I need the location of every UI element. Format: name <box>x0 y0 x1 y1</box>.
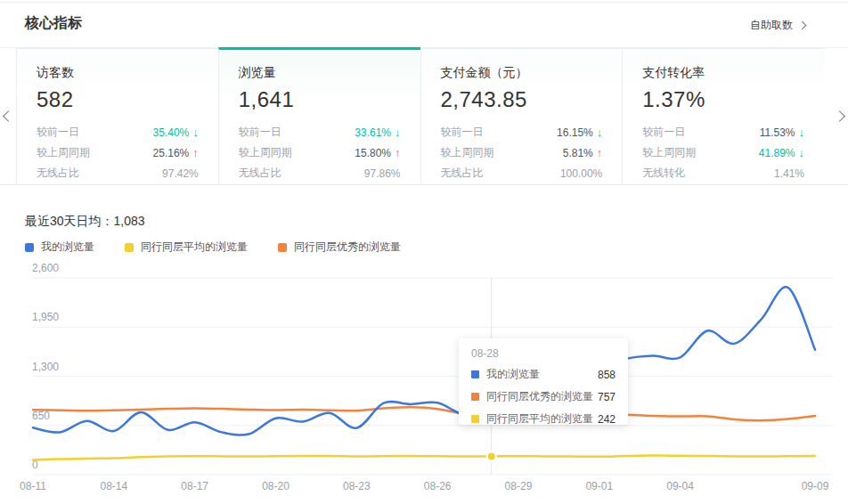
tooltip-row-label: 我的浏览量 <box>486 367 540 382</box>
legend-item-peer-average-pv[interactable]: 同行同层平均的浏览量 <box>125 240 248 255</box>
metric-card[interactable]: 浏览量 1,641 较前一日33.61%↓较上周同期15.80%↑无线占比97.… <box>218 47 420 184</box>
metric-row-label: 较前一日 <box>239 125 281 140</box>
chart-tooltip: 08-28 我的浏览量 858 同行同层优秀的浏览量 757 同行同层平均的浏览… <box>459 338 628 425</box>
arrow-down-icon: ↓ <box>799 146 805 159</box>
metric-row: 无线占比100.00% <box>441 163 603 183</box>
legend-label: 同行同层平均的浏览量 <box>141 240 248 255</box>
metric-row-value: 97.42% <box>162 167 199 180</box>
core-metrics-dashboard: 核心指标 自助取数 访客数 582 较前一日35.40%↓较上周同期25.16%… <box>0 0 848 504</box>
metric-row-value: 5.81% <box>563 147 593 159</box>
metric-row-label: 较前一日 <box>642 125 685 140</box>
metric-card-title: 浏览量 <box>239 65 401 81</box>
tooltip-swatch-orange <box>471 393 479 401</box>
metric-card-value: 1.37% <box>642 87 804 112</box>
y-axis-label: 650 <box>32 410 50 422</box>
metric-row-label: 无线占比 <box>239 166 281 181</box>
metric-card[interactable]: 支付金额（元） 2,743.85 较前一日16.15%↓较上周同期5.81%↑无… <box>420 47 623 184</box>
metric-row-label: 较上周同期 <box>642 145 696 160</box>
arrow-up-icon: ↑ <box>395 146 401 159</box>
metric-row-label: 无线占比 <box>37 166 79 181</box>
carousel-next-button[interactable] <box>824 47 848 184</box>
metric-row: 较上周同期25.16%↑ <box>37 142 199 163</box>
arrow-down-icon: ↓ <box>395 126 401 139</box>
chart-legend: 我的浏览量 同行同层平均的浏览量 同行同层优秀的浏览量 <box>25 240 401 255</box>
carousel-prev-button[interactable] <box>0 47 16 184</box>
metric-card-value: 2,743.85 <box>441 87 603 112</box>
metric-card-value: 1,641 <box>239 87 401 112</box>
chevron-right-icon <box>798 21 807 30</box>
legend-swatch-yellow <box>125 243 134 252</box>
tooltip-row-value: 242 <box>598 413 616 426</box>
x-axis-label: 08-29 <box>505 480 533 492</box>
arrow-down-icon: ↓ <box>597 126 603 139</box>
metric-card-title: 支付转化率 <box>642 65 804 81</box>
metric-row-value: 11.53% <box>760 126 795 139</box>
trend-average-title: 最近30天日均：1,083 <box>25 214 145 230</box>
tooltip-row: 同行同层平均的浏览量 242 <box>471 411 616 427</box>
x-axis-label: 08-17 <box>181 480 208 492</box>
metric-row: 较前一日11.53%↓ <box>642 122 804 142</box>
x-axis-label: 08-23 <box>343 480 371 492</box>
metric-row: 无线占比97.86% <box>239 163 401 183</box>
page-title: 核心指标 <box>25 14 82 33</box>
self-service-data-link[interactable]: 自助取数 <box>750 18 805 33</box>
metric-cards: 访客数 582 较前一日35.40%↓较上周同期25.16%↑无线占比97.42… <box>0 47 848 185</box>
series-line-1 <box>33 456 815 460</box>
metric-row: 无线占比97.42% <box>37 163 199 183</box>
legend-label: 同行同层优秀的浏览量 <box>294 240 401 255</box>
metric-row-value: 25.16% <box>153 147 190 159</box>
tooltip-row-label: 同行同层平均的浏览量 <box>486 411 593 427</box>
legend-swatch-blue <box>25 243 34 252</box>
metric-card-rows: 较前一日11.53%↓较上周同期41.89%↓无线转化1.41% <box>642 122 804 183</box>
metric-row-value: 100.00% <box>560 167 602 180</box>
metric-row-label: 较前一日 <box>37 125 79 140</box>
arrow-down-icon: ↓ <box>799 126 805 139</box>
y-axis-label: 1,950 <box>32 311 59 323</box>
y-axis-label: 2,600 <box>32 262 59 274</box>
metric-row-value: 41.89% <box>759 147 795 159</box>
metric-row: 较前一日33.61%↓ <box>239 122 401 142</box>
x-axis-label: 08-20 <box>262 480 289 492</box>
metric-row-value: 35.40% <box>153 126 190 139</box>
metric-row-value: 16.15% <box>557 126 593 139</box>
metric-row-label: 较上周同期 <box>441 145 494 160</box>
series-line-0 <box>33 287 815 435</box>
metric-row: 较上周同期41.89%↓ <box>642 142 804 163</box>
metric-row-label: 较上周同期 <box>37 145 90 160</box>
metric-row: 较上周同期15.80%↑ <box>239 142 401 163</box>
metric-card[interactable]: 支付转化率 1.37% 较前一日11.53%↓较上周同期41.89%↓无线转化1… <box>622 47 824 184</box>
legend-item-peer-excellent-pv[interactable]: 同行同层优秀的浏览量 <box>278 240 401 255</box>
metric-row-label: 较前一日 <box>441 125 484 140</box>
tooltip-swatch-yellow <box>471 415 479 423</box>
trend-chart-svg[interactable]: 06501,3001,9502,60008-1108-1408-1708-200… <box>0 258 848 504</box>
x-axis-label: 08-14 <box>100 480 127 492</box>
tooltip-row: 我的浏览量 858 <box>471 367 616 382</box>
top-divider <box>0 2 848 3</box>
metric-row-label: 较上周同期 <box>239 145 292 160</box>
hover-dot <box>487 451 496 460</box>
metric-card-rows: 较前一日33.61%↓较上周同期15.80%↑无线占比97.86% <box>239 122 401 183</box>
metric-card[interactable]: 访客数 582 较前一日35.40%↓较上周同期25.16%↑无线占比97.42… <box>16 47 218 184</box>
chevron-right-icon <box>834 110 845 122</box>
metric-row-label: 无线转化 <box>642 166 685 181</box>
self-service-data-label: 自助取数 <box>750 18 793 33</box>
metric-row: 较前一日16.15%↓ <box>441 122 603 142</box>
legend-item-my-pv[interactable]: 我的浏览量 <box>25 240 94 255</box>
metric-row: 较上周同期5.81%↑ <box>441 142 603 163</box>
tooltip-row-value: 757 <box>598 391 616 403</box>
tooltip-date: 08-28 <box>471 347 616 360</box>
x-axis-label: 09-01 <box>585 480 613 492</box>
metric-row-value: 1.41% <box>774 167 804 180</box>
legend-swatch-orange <box>278 243 287 252</box>
arrow-up-icon: ↑ <box>597 146 603 159</box>
x-axis-label: 09-04 <box>666 480 694 492</box>
metric-card-value: 582 <box>37 87 199 112</box>
metric-row-value: 33.61% <box>355 126 391 139</box>
metric-card-title: 访客数 <box>37 65 199 81</box>
tooltip-row-label: 同行同层优秀的浏览量 <box>486 389 593 404</box>
metric-row-value: 97.86% <box>364 167 401 180</box>
x-axis-label: 08-11 <box>20 480 46 492</box>
metric-row: 无线转化1.41% <box>642 163 804 183</box>
metric-card-rows: 较前一日35.40%↓较上周同期25.16%↑无线占比97.42% <box>37 122 199 183</box>
tooltip-row-value: 858 <box>598 369 616 381</box>
